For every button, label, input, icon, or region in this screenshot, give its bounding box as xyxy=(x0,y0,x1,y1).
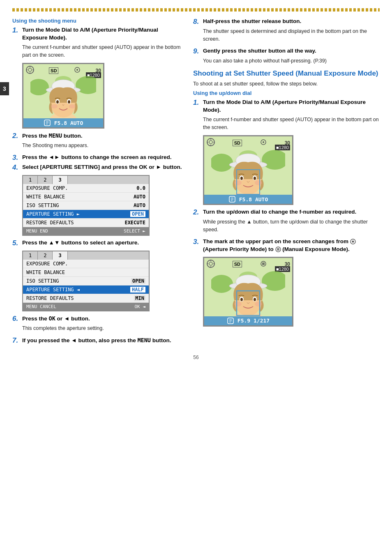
camera-screen-r2: SD 30 ■1280 xyxy=(203,257,293,327)
menu-tabs-1: 1 2 3 xyxy=(23,176,149,184)
step-5-text: Press the ▲▼ buttons to select an apertu… xyxy=(22,239,139,247)
cam-icon-r1 xyxy=(206,138,215,148)
step-9-num: 9. xyxy=(193,47,201,55)
face-svg-r2 xyxy=(211,269,285,319)
menu-val-iso: AUTO xyxy=(134,203,145,208)
cam-bottom-text-r1: F5.8 AUTO xyxy=(239,196,268,203)
svg-point-3 xyxy=(76,69,78,71)
svg-point-16 xyxy=(51,104,58,108)
step-2-num: 2. xyxy=(12,132,21,140)
menu-label-restore: RESTORE DEFAULTS xyxy=(26,220,74,226)
menu2-label-restore: RESTORE DEFAULTS xyxy=(26,295,74,301)
menu2-label-exposure: EXPOSURE COMP. xyxy=(26,261,68,267)
step-2-text: Press the MENU button. xyxy=(22,132,83,140)
section-title-manual: Shooting at Set Shutter Speed (Manual Ex… xyxy=(193,69,380,78)
step-8-body: The shutter speed is determined and disp… xyxy=(203,28,380,43)
cam-focus-r1 xyxy=(259,138,267,147)
chapter-tab: 3 xyxy=(0,82,9,95)
manual-exposure-icon xyxy=(275,246,281,252)
cam-face-1 xyxy=(23,77,103,118)
manual-exposure-label: (Manual Exposure Mode). xyxy=(282,246,350,252)
left-column: Using the shooting menu 1. Turn the Mode… xyxy=(12,18,185,346)
svg-point-48 xyxy=(262,271,285,291)
step-1-text: Turn the Mode Dial to A/M (Aperture Prio… xyxy=(22,26,185,42)
svg-point-4 xyxy=(30,79,49,95)
menu-box-2: 1 2 3 EXPOSURE COMP. WHITE BALANCE ISO S… xyxy=(22,251,150,311)
cam-sd-r1: SD xyxy=(233,140,242,146)
menu-row-exposure: EXPOSURE COMP. 0.0 xyxy=(23,184,149,193)
chapter-number: 3 xyxy=(3,85,6,92)
svg-point-35 xyxy=(234,180,242,185)
step-1-heading: 1. Turn the Mode Dial to A/M (Aperture P… xyxy=(12,26,185,42)
r-step-1-heading: 1. Turn the Mode Dial to A/M (Aperture P… xyxy=(193,99,380,114)
svg-point-15 xyxy=(68,100,70,104)
svg-point-58 xyxy=(254,298,256,301)
menu-row-iso: ISO SETTING AUTO xyxy=(23,201,149,210)
cam-settings-icon-r2 xyxy=(227,317,234,325)
cam-face-r1 xyxy=(204,149,292,196)
section-label-left: Using the shooting menu xyxy=(12,18,185,24)
svg-point-57 xyxy=(240,298,243,301)
step-4-num: 4. xyxy=(12,164,21,172)
svg-point-1 xyxy=(28,68,32,71)
step-2-body: The Shooting menu appears. xyxy=(22,142,185,150)
r-step-1-num: 1. xyxy=(193,99,201,107)
step-4-heading: 4. Select [APERTURE SETTING] and press t… xyxy=(12,164,185,172)
cam-bottom-bar-1: F5.8 AUTO xyxy=(23,118,103,127)
menu-row-restore: RESTORE DEFAULTS EXECUTE xyxy=(23,219,149,227)
svg-point-60 xyxy=(255,302,262,306)
cam-sd-r2: SD xyxy=(233,261,242,267)
right-column: 8. Half-press the shutter release button… xyxy=(193,18,380,346)
step-2-heading: 2. Press the MENU button. xyxy=(12,132,185,140)
svg-point-44 xyxy=(209,262,212,265)
menu-val-aperture: OPEN xyxy=(130,211,145,217)
menu2-val-aperture: HALF xyxy=(130,287,145,292)
step-3-heading: 3. Press the ◄► buttons to change the sc… xyxy=(12,154,185,162)
svg-point-22 xyxy=(263,141,264,143)
step-8-text: Half-press the shutter release button. xyxy=(203,18,301,25)
camera-screen-r1: SD 30 ■1280 xyxy=(203,135,293,205)
camera-screen-1: SD 30 ■1280 xyxy=(22,63,104,129)
cam-bottom-bar-r2: F5.9 1/217 xyxy=(204,316,292,325)
svg-point-34 xyxy=(254,177,256,180)
step-9-text: Gently press the shutter button all the … xyxy=(203,47,316,55)
menu-footer-right-2: OK ◄ xyxy=(135,304,146,309)
menu-tabs-2: 1 2 3 xyxy=(23,251,149,260)
menu-tab-2-1: 1 xyxy=(23,251,38,260)
menu-box-1: 1 2 3 EXPOSURE COMP. 0.0 WHITE BALANCE A… xyxy=(22,175,150,236)
svg-point-17 xyxy=(69,104,76,108)
menu-val-wb: AUTO xyxy=(134,194,145,200)
svg-point-36 xyxy=(255,180,262,185)
r-step-3-text: The mark at the upper part on the screen… xyxy=(203,238,380,253)
page-number: 56 xyxy=(12,355,380,360)
svg-point-23 xyxy=(211,154,233,172)
svg-point-40 xyxy=(352,241,354,243)
menu2-row-iso: ISO SETTING OPEN xyxy=(23,277,149,286)
menu-footer-2: MENU CANCEL OK ◄ xyxy=(23,303,149,311)
menu-val-exposure: 0.0 xyxy=(136,185,145,191)
step-7-text: If you pressed the ◄ button, also press … xyxy=(22,336,171,345)
step-5-heading: 5. Press the ▲▼ buttons to select an ape… xyxy=(12,239,185,247)
svg-point-33 xyxy=(240,177,243,180)
step-5-num: 5. xyxy=(12,239,21,247)
svg-point-24 xyxy=(262,150,285,170)
menu2-row-aperture: APERTURE SETTING ◄ HALF xyxy=(23,286,149,294)
menu-tab-2-3: 3 xyxy=(53,251,67,260)
step-6-heading: 6. Press the OK or ◄ button. xyxy=(12,315,185,323)
menu-footer-right-1: SELECT ► xyxy=(124,228,145,234)
aperture-priority-icon xyxy=(350,239,356,244)
step-4-text: Select [APERTURE SETTING] and press the … xyxy=(22,164,182,171)
menu-row-aperture: APERTURE SETTING ► OPEN xyxy=(23,210,149,219)
menu-val-restore: EXECUTE xyxy=(125,220,145,226)
cam-icon-1 xyxy=(25,65,35,76)
r-step-3-num: 3. xyxy=(193,238,201,246)
svg-rect-46 xyxy=(262,263,265,265)
svg-rect-42 xyxy=(277,248,279,251)
step-8-heading: 8. Half-press the shutter release button… xyxy=(193,18,380,26)
menu-label-wb: WHITE BALANCE xyxy=(26,194,65,200)
svg-point-14 xyxy=(56,100,59,104)
svg-point-20 xyxy=(209,140,212,144)
cam-focus-icon xyxy=(73,66,81,75)
step-6-body: This completes the aperture setting. xyxy=(22,325,185,332)
r-step-2-text: Turn the up/down dial to change the f-nu… xyxy=(203,208,356,216)
